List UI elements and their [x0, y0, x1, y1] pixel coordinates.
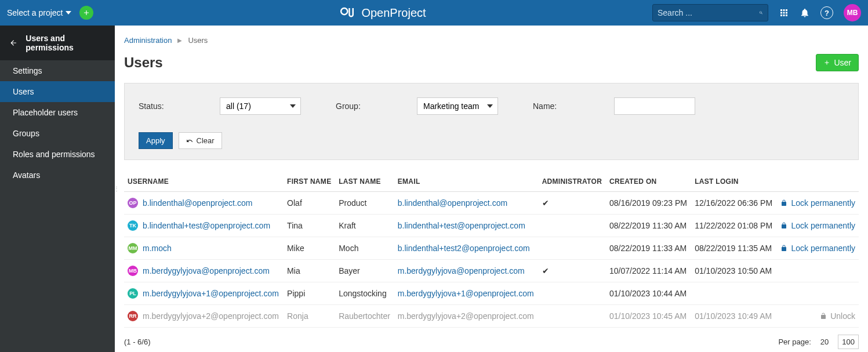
sidebar-header: Users and permissions [0, 26, 115, 60]
row-avatar: PL [128, 288, 138, 299]
col-username[interactable]: USERNAME [124, 172, 284, 192]
last-name-cell: Bayer [335, 260, 394, 282]
user-avatar[interactable]: MB [844, 4, 861, 21]
row-avatar: OP [128, 198, 138, 208]
table-row: TKb.lindenthal+test@openproject.comTinaK… [124, 215, 859, 237]
clear-label: Clear [197, 136, 215, 145]
created-cell: 08/22/2019 11:30 AM [606, 215, 691, 237]
breadcrumb-root[interactable]: Administration [124, 36, 172, 45]
row-avatar: RR [128, 311, 138, 321]
lock-action[interactable]: Unlock [780, 311, 855, 321]
first-name-cell: Ronja [284, 305, 335, 328]
col-first-name[interactable]: FIRST NAME [284, 172, 335, 192]
last-login-cell: 01/10/2023 10:50 AM [691, 260, 776, 282]
sidebar-title: Users and permissions [26, 34, 106, 52]
email-link[interactable]: m.berdygylyjova+1@openproject.com [398, 289, 534, 298]
pagination: (1 - 6/6) Per page: 20 100 [124, 335, 859, 349]
row-avatar: MM [128, 243, 138, 253]
help-icon: ? [820, 6, 833, 19]
sidebar-item-roles-and-permissions[interactable]: Roles and permissions [0, 144, 115, 165]
admin-cell: ✔ [539, 260, 606, 282]
last-login-cell: 11/22/2022 01:08 PM [691, 215, 776, 237]
sidebar-item-groups[interactable]: Groups [0, 123, 115, 144]
username-link[interactable]: m.berdygylyjova+1@openproject.com [143, 289, 279, 298]
name-input[interactable] [614, 97, 695, 115]
add-button[interactable] [79, 6, 93, 20]
table-row: MBm.berdygylyjova@openproject.comMiaBaye… [124, 260, 859, 282]
last-login-cell [691, 282, 776, 305]
help-button[interactable]: ? [820, 6, 833, 19]
username-link[interactable]: m.berdygylyjova@openproject.com [143, 266, 270, 275]
first-name-cell: Olaf [284, 192, 335, 215]
new-user-button[interactable]: User [816, 54, 859, 71]
row-avatar: MB [128, 266, 138, 276]
table-row: OPb.lindenthal@openproject.comOlafProduc… [124, 192, 859, 215]
plus-icon [823, 59, 830, 66]
clear-button[interactable]: Clear [179, 132, 222, 149]
breadcrumb-separator-icon: ▶ [177, 37, 182, 43]
search-input[interactable] [658, 8, 759, 17]
back-arrow-icon[interactable] [9, 38, 17, 48]
admin-cell [539, 282, 606, 305]
search-icon [759, 8, 763, 17]
col-last-login[interactable]: LAST LOGIN [691, 172, 776, 192]
users-table: USERNAME FIRST NAME LAST NAME EMAIL ADMI… [124, 172, 859, 328]
last-login-cell: 08/22/2019 11:35 AM [691, 237, 776, 260]
sidebar-resize-handle[interactable]: ⋮ [115, 177, 118, 201]
admin-cell [539, 305, 606, 328]
admin-cell [539, 237, 606, 260]
col-email[interactable]: EMAIL [394, 172, 539, 192]
apply-button[interactable]: Apply [139, 132, 173, 149]
per-page-20[interactable]: 20 [817, 335, 832, 349]
sidebar-item-users[interactable]: Users [0, 81, 115, 102]
last-name-cell: Kraft [335, 215, 394, 237]
username-link[interactable]: m.berdygylyjova+2@openproject.com [143, 311, 279, 321]
lock-action[interactable]: Lock permanently [780, 198, 855, 208]
last-name-cell: Raubertochter [335, 305, 394, 328]
lock-action[interactable]: Lock permanently [780, 244, 855, 253]
pagination-range: (1 - 6/6) [124, 338, 151, 346]
per-page-100[interactable]: 100 [838, 335, 859, 349]
lock-action[interactable]: Lock permanently [780, 221, 855, 230]
logo-text: OpenProject [361, 6, 426, 20]
email-link[interactable]: m.berdygylyjova@openproject.com [398, 266, 525, 275]
username-link[interactable]: b.lindenthal@openproject.com [143, 198, 252, 208]
new-user-label: User [834, 58, 851, 67]
sidebar-item-settings[interactable]: Settings [0, 60, 115, 81]
created-cell: 01/10/2023 10:45 AM [606, 305, 691, 328]
sidebar-item-placeholder-users[interactable]: Placeholder users [0, 102, 115, 123]
modules-button[interactable] [779, 8, 789, 18]
grid-icon [779, 8, 789, 18]
col-admin[interactable]: ADMINISTRATOR [539, 172, 606, 192]
col-last-name[interactable]: LAST NAME [335, 172, 394, 192]
email-link[interactable]: b.lindenthal+test2@openproject.com [398, 244, 530, 253]
svg-point-0 [342, 8, 348, 14]
username-link[interactable]: m.moch [143, 244, 172, 253]
last-name-cell: Product [335, 192, 394, 215]
logo: OpenProject [339, 4, 426, 21]
username-link[interactable]: b.lindenthal+test@openproject.com [143, 221, 270, 230]
filter-panel: Status: all (17) Group: Marketing team N… [124, 83, 859, 160]
plus-icon [82, 9, 90, 17]
first-name-cell: Mia [284, 260, 335, 282]
group-select[interactable]: Marketing team [417, 97, 498, 115]
last-login-cell: 12/16/2022 06:36 PM [691, 192, 776, 215]
breadcrumb-current: Users [188, 36, 208, 45]
email-link[interactable]: b.lindenthal@openproject.com [398, 198, 507, 208]
created-cell: 08/16/2019 09:23 PM [606, 192, 691, 215]
sidebar-item-avatars[interactable]: Avatars [0, 165, 115, 186]
notifications-button[interactable] [800, 8, 810, 18]
breadcrumb: Administration ▶ Users [124, 36, 859, 45]
first-name-cell: Pippi [284, 282, 335, 305]
table-row: MMm.mochMikeMochb.lindenthal+test2@openp… [124, 237, 859, 260]
logo-icon [339, 4, 357, 21]
status-label: Status: [139, 101, 208, 111]
undo-icon [186, 137, 193, 144]
email-link[interactable]: m.berdygylyjova+2@openproject.com [398, 311, 534, 321]
email-link[interactable]: b.lindenthal+test@openproject.com [398, 221, 525, 230]
search-box[interactable] [652, 4, 768, 21]
status-select[interactable]: all (17) [220, 97, 301, 115]
bell-icon [800, 8, 810, 18]
col-created[interactable]: CREATED ON [606, 172, 691, 192]
project-selector[interactable]: Select a project [7, 8, 71, 17]
